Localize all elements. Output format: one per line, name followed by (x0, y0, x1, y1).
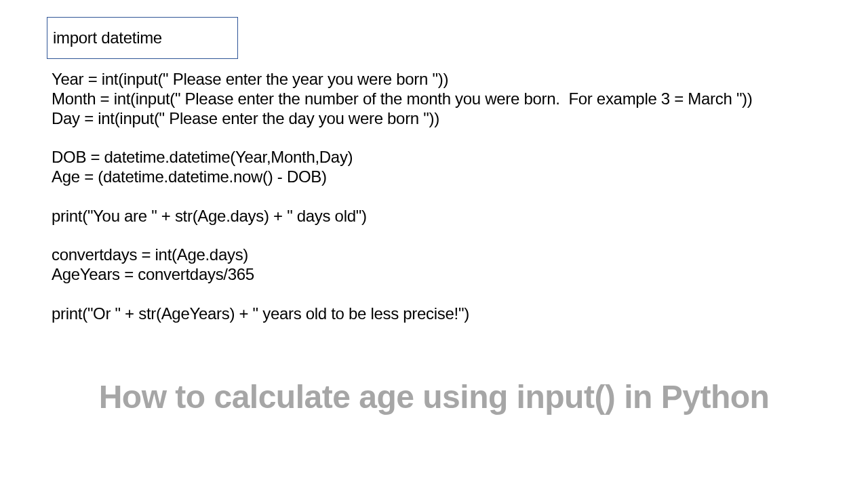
code-block: Year = int(input(" Please enter the year… (52, 70, 753, 323)
import-box: import datetime (47, 17, 238, 59)
import-statement: import datetime (53, 28, 162, 47)
slide-title: How to calculate age using input() in Py… (0, 378, 868, 415)
